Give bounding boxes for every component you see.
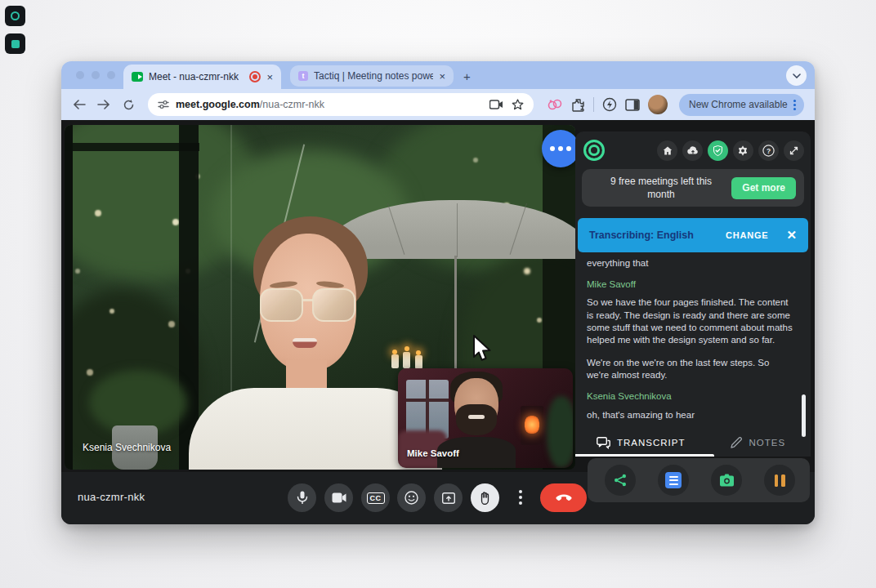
close-window-icon[interactable]	[76, 71, 84, 79]
chrome-update-button[interactable]: New Chrome available	[679, 94, 804, 116]
tab-title: Tactiq | Meeting notes power	[314, 70, 433, 82]
candle-flame	[416, 350, 421, 355]
side-panel-icon[interactable]	[625, 99, 640, 111]
tactiq-sidebar: ? 9 free meetings left this month Get mo…	[575, 131, 811, 457]
extensions-puzzle-icon[interactable]	[571, 98, 585, 112]
speaker-name: Mike Savoff	[587, 278, 793, 291]
transcript-list[interactable]: everything that Mike Savoff So we have t…	[587, 257, 793, 429]
docs-icon	[665, 472, 682, 488]
active-tab-underline	[575, 454, 714, 457]
tactiq-toolbar	[588, 458, 810, 502]
site-settings-icon[interactable]	[158, 100, 169, 109]
tactiq-favicon-icon: t	[298, 71, 308, 81]
shield-check-icon[interactable]	[708, 140, 728, 161]
credit-text: 9 free meetings left this month	[600, 175, 722, 201]
new-tab-button[interactable]: +	[463, 69, 471, 83]
screenshot-button[interactable]	[711, 465, 742, 496]
glasses-lens	[312, 288, 355, 322]
help-icon[interactable]: ?	[758, 140, 779, 161]
toolbar-divider	[593, 97, 594, 112]
candle	[415, 355, 422, 369]
tab-close-icon[interactable]: ×	[266, 72, 273, 82]
change-language-button[interactable]: CHANGE	[726, 230, 768, 240]
maximize-window-icon[interactable]	[107, 71, 115, 79]
pip-name-label: Mike Savoff	[407, 448, 459, 458]
transcribing-label: Transcribing: English	[589, 229, 694, 241]
meet-page: Ksenia Svechnikova Mike Savoff	[61, 120, 815, 524]
address-bar[interactable]: meet.google.com /nua-czmr-nkk	[148, 93, 534, 116]
tactiq-tabs: TRANSCRIPT NOTES	[575, 429, 811, 457]
pip-fire-glow	[525, 416, 539, 434]
main-video-tile[interactable]: Ksenia Svechnikova Mike Savoff	[65, 125, 575, 470]
minimize-window-icon[interactable]	[92, 71, 100, 79]
speaker-name: Ksenia Svechnikova	[587, 390, 793, 403]
pip-video-tile[interactable]: Mike Savoff	[398, 368, 573, 468]
tab-transcript-label: TRANSCRIPT	[617, 438, 685, 448]
tab-tactiq[interactable]: t Tactiq | Meeting notes power ×	[290, 65, 454, 87]
more-menu-icon[interactable]	[793, 104, 796, 106]
screen-recorder-stop-icon[interactable]	[5, 33, 25, 54]
tab-notes[interactable]: NOTES	[731, 437, 785, 448]
expand-panel-icon[interactable]	[784, 140, 804, 161]
candle	[403, 352, 410, 368]
umbrella-pole	[454, 256, 457, 374]
bookmark-star-icon[interactable]	[512, 99, 524, 111]
update-label: New Chrome available	[689, 99, 788, 110]
desktop: { "browser": { "tabs": [ { "title": "Mee…	[0, 0, 876, 588]
window-controls[interactable]	[76, 71, 115, 79]
present-screen-button[interactable]	[434, 483, 463, 512]
tab-search-chevron-icon[interactable]	[786, 65, 807, 86]
candle-flame	[404, 346, 409, 351]
microphone-button[interactable]	[288, 483, 316, 512]
more-options-button[interactable]	[512, 490, 529, 505]
tab-title: Meet - nua-czmr-nkk	[149, 71, 244, 82]
end-call-button[interactable]	[540, 483, 587, 512]
window-frame	[65, 125, 73, 470]
tactiq-logo-icon[interactable]	[583, 140, 605, 161]
room-code-label: nua-czmr-nkk	[78, 491, 145, 503]
camera-permission-icon[interactable]	[489, 100, 503, 109]
close-banner-icon[interactable]: ✕	[786, 228, 797, 243]
pink-extension-icon[interactable]	[547, 98, 563, 111]
tactiq-header: ?	[583, 138, 804, 163]
mouse-cursor	[472, 334, 493, 368]
transcript-chat-icon	[597, 437, 610, 449]
meet-enhance-icon[interactable]	[602, 97, 617, 112]
transcript-text: everything that	[587, 257, 793, 270]
reactions-button[interactable]	[397, 483, 426, 512]
tab-notes-label: NOTES	[749, 438, 785, 448]
browser-window: Meet - nua-czmr-nkk × t Tactiq | Meeting…	[61, 61, 815, 524]
profile-avatar[interactable]	[648, 95, 668, 114]
chat-bubble-icon[interactable]	[542, 130, 579, 167]
window-frame	[179, 125, 199, 470]
transcribing-banner: Transcribing: English CHANGE ✕	[578, 218, 808, 252]
screen-recorder-icon[interactable]	[5, 6, 25, 26]
share-button[interactable]	[605, 465, 636, 496]
cloud-upload-icon[interactable]	[682, 140, 703, 161]
url-path: /nua-czmr-nkk	[260, 99, 324, 110]
settings-gear-icon[interactable]	[733, 140, 753, 161]
transcript-text: So we have the four pages finished. The …	[587, 296, 793, 346]
raise-hand-button[interactable]	[471, 483, 499, 512]
captions-button[interactable]: CC	[361, 483, 390, 512]
browser-toolbar: meet.google.com /nua-czmr-nkk New Chrome…	[61, 89, 815, 120]
reload-button[interactable]	[118, 95, 138, 114]
recording-indicator-icon	[249, 71, 261, 82]
tab-transcript[interactable]: TRANSCRIPT	[597, 437, 685, 449]
forward-button[interactable]	[94, 95, 114, 114]
back-button[interactable]	[69, 95, 89, 114]
pause-transcript-button[interactable]	[764, 465, 795, 496]
cc-icon: CC	[367, 492, 385, 504]
google-docs-button[interactable]	[658, 465, 689, 496]
tab-close-icon[interactable]: ×	[439, 71, 445, 82]
pause-icon	[775, 474, 785, 487]
tab-meet[interactable]: Meet - nua-czmr-nkk ×	[123, 65, 281, 89]
glasses-lens	[260, 288, 303, 322]
camera-button[interactable]	[324, 483, 353, 512]
get-more-button[interactable]: Get more	[731, 177, 796, 199]
home-icon[interactable]	[657, 140, 677, 161]
participant-mouth	[293, 338, 317, 348]
tab-strip: Meet - nua-czmr-nkk × t Tactiq | Meeting…	[61, 61, 815, 89]
pip-plant	[547, 396, 573, 468]
record-ring-icon	[11, 11, 20, 20]
